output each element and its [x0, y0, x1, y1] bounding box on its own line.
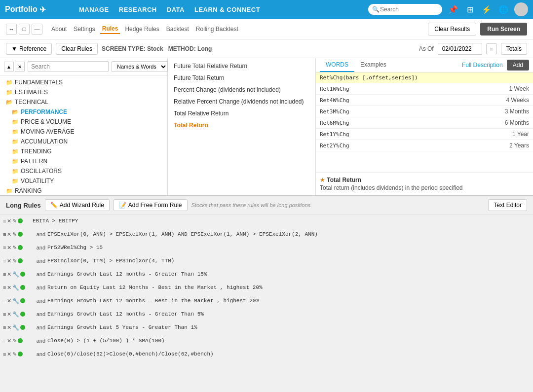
date-input[interactable] — [438, 43, 482, 55]
layout-arrows-btn[interactable]: ↔ — [6, 24, 17, 35]
rule-text[interactable]: Close(0) > (1 + (5/100) ) * SMA(100) — [47, 338, 530, 344]
tree-price-volume[interactable]: 📁 PRICE & VOLUME — [0, 117, 167, 127]
delete-icon[interactable]: ✕ — [7, 311, 11, 318]
delete-icon[interactable]: ✕ — [7, 285, 11, 291]
delete-icon[interactable]: ✕ — [7, 245, 11, 251]
tab-rules[interactable]: Rules — [100, 24, 120, 34]
table-row[interactable]: Ret1W%Chg 1 Week — [316, 83, 533, 95]
tree-trending[interactable]: 📁 TRENDING — [0, 146, 167, 156]
list-item-active[interactable]: Total Return — [168, 119, 315, 131]
lightning-icon[interactable]: ⚡ — [481, 5, 493, 14]
tree-technical[interactable]: 📂 TECHNICAL — [0, 97, 167, 107]
totals-button[interactable]: Totals — [501, 43, 527, 55]
rule-text[interactable]: Earnings Growth Last 12 months - Best in… — [47, 298, 530, 304]
table-row[interactable]: Ret6M%Chg 6 Months — [316, 117, 533, 129]
clear-results-button[interactable]: Clear Results — [428, 23, 476, 36]
hamburger-icon[interactable]: ≡ — [3, 231, 6, 237]
hamburger-icon[interactable]: ≡ — [3, 324, 6, 330]
sort-down-btn[interactable]: ✕ — [15, 62, 25, 71]
status-dot[interactable] — [20, 298, 25, 303]
tree-pattern[interactable]: 📁 PATTERN — [0, 156, 167, 166]
tab-backtest[interactable]: Backtest — [164, 25, 191, 34]
nav-learn[interactable]: LEARN & CONNECT — [194, 6, 260, 13]
table-row[interactable]: Ret%Chg(bars [,offset,series]) — [316, 72, 533, 83]
wand-icon[interactable]: 🔧 — [12, 298, 19, 304]
delete-icon[interactable]: ✕ — [7, 338, 11, 344]
delete-icon[interactable]: ✕ — [7, 271, 11, 278]
edit-icon[interactable]: ✎ — [12, 218, 17, 224]
rule-text[interactable]: EPSInclXor(0, TTM) > EPSInclXor(4, TTM) — [47, 258, 530, 264]
list-item[interactable]: Future Total Return — [168, 72, 315, 84]
table-row[interactable]: Ret4W%Chg 4 Weeks — [316, 95, 533, 106]
tree-accumulation[interactable]: 📁 ACCUMULATION — [0, 137, 167, 146]
add-freeform-rule-button[interactable]: 📝 Add Free Form Rule — [114, 199, 188, 211]
wand-icon[interactable]: 🔧 — [12, 285, 19, 291]
table-row[interactable]: Ret3M%Chg 3 Months — [316, 106, 533, 117]
status-dot[interactable] — [20, 312, 25, 317]
hamburger-icon[interactable]: ≡ — [3, 338, 6, 344]
tree-performance[interactable]: 📂 PERFORMANCE — [0, 107, 167, 117]
status-dot[interactable] — [20, 272, 25, 277]
delete-icon[interactable]: ✕ — [7, 231, 11, 238]
hamburger-icon[interactable]: ≡ — [3, 298, 6, 304]
hamburger-icon[interactable]: ≡ — [3, 351, 6, 357]
delete-icon[interactable]: ✕ — [7, 258, 11, 264]
nav-data[interactable]: DATA — [167, 6, 185, 13]
avatar[interactable] — [514, 2, 528, 16]
hamburger-icon[interactable]: ≡ — [3, 245, 6, 250]
nav-manage[interactable]: MANAGE — [79, 6, 109, 13]
tree-oscillators[interactable]: 📁 OSCILLATORS — [0, 166, 167, 176]
delete-icon[interactable]: ✕ — [7, 218, 11, 224]
rule-text[interactable]: Return on Equity Last 12 Months - Best i… — [47, 285, 530, 290]
list-item[interactable]: Future Total Relative Return — [168, 60, 315, 72]
tab-examples[interactable]: Examples — [354, 58, 392, 72]
rule-text[interactable]: Earnings Growth Last 12 months - Greater… — [47, 311, 530, 317]
list-item[interactable]: Percent Change (dividends not included) — [168, 84, 315, 96]
list-item[interactable]: Total Relative Return — [168, 107, 315, 119]
tree-estimates[interactable]: 📁 ESTIMATES — [0, 87, 167, 97]
tree-ranking[interactable]: 📁 RANKING — [0, 186, 167, 195]
edit-icon[interactable]: ✎ — [12, 231, 17, 238]
clear-rules-button[interactable]: Clear Rules — [56, 43, 98, 55]
hamburger-icon[interactable]: ≡ — [3, 311, 6, 317]
rule-text[interactable]: EBITA > EBITPY — [33, 218, 530, 224]
delete-icon[interactable]: ✕ — [7, 324, 11, 331]
status-dot[interactable] — [18, 352, 23, 356]
hamburger-icon[interactable]: ≡ — [3, 258, 6, 264]
text-editor-button[interactable]: Text Editor — [488, 199, 527, 211]
edit-icon[interactable]: ✎ — [12, 351, 17, 357]
sort-up-btn[interactable]: ▲ — [4, 62, 14, 71]
rule-text[interactable]: Pr52WRel%Chg > 15 — [47, 245, 530, 250]
reference-search-input[interactable] — [28, 61, 109, 72]
status-dot[interactable] — [18, 338, 23, 343]
delete-icon[interactable]: ✕ — [7, 351, 11, 357]
tree-volatility[interactable]: 📁 VOLATILITY — [0, 176, 167, 186]
globe-icon[interactable]: 🌐 — [497, 5, 509, 14]
rule-text[interactable]: EPSExclXor(0, ANN) > EPSExclXor(1, ANN) … — [47, 231, 530, 237]
wand-icon[interactable]: 🔧 — [12, 324, 19, 331]
grid-icon[interactable]: ⊞ — [464, 5, 476, 14]
names-words-select[interactable]: Names & Words — [112, 61, 168, 72]
hamburger-icon[interactable]: ≡ — [3, 285, 6, 290]
status-dot[interactable] — [18, 258, 23, 263]
tab-words[interactable]: WORDS — [320, 58, 354, 72]
tab-hedge-rules[interactable]: Hedge Rules — [123, 25, 161, 34]
tab-settings[interactable]: Settings — [72, 25, 97, 34]
edit-icon[interactable]: ✎ — [12, 258, 17, 264]
hamburger-icon[interactable]: ≡ — [3, 218, 6, 224]
table-row[interactable]: Ret1Y%Chg 1 Year — [316, 129, 533, 140]
list-item[interactable]: Relative Percent Change (dividends not i… — [168, 96, 315, 107]
wand-icon[interactable]: 🔧 — [12, 271, 19, 278]
calendar-icon[interactable]: ≡ — [486, 43, 497, 54]
status-dot[interactable] — [18, 218, 23, 223]
add-button[interactable]: Add — [507, 60, 529, 71]
full-description-link[interactable]: Full Description — [462, 62, 503, 69]
status-dot[interactable] — [20, 285, 25, 290]
rule-text[interactable]: Earnings Growth Last 12 months - Greater… — [47, 271, 530, 277]
tab-rolling-backtest[interactable]: Rolling Backtest — [194, 25, 240, 34]
status-dot[interactable] — [18, 245, 23, 250]
tree-fundamentals[interactable]: 📁 FUNDAMENTALS — [0, 77, 167, 87]
layout-lines-btn[interactable]: — — [32, 24, 42, 35]
wand-icon[interactable]: 🔧 — [12, 311, 19, 318]
tree-moving-average[interactable]: 📁 MOVING AVERAGE — [0, 127, 167, 137]
